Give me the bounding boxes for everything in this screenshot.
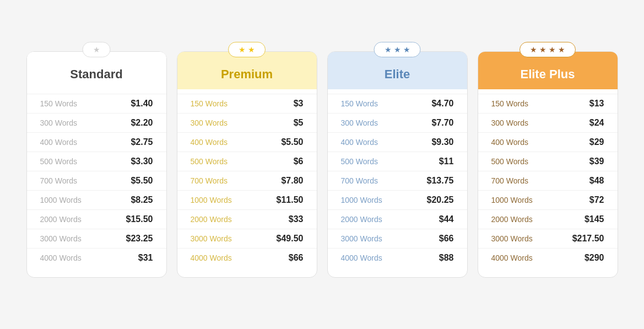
row-word-count: 150 Words [491,99,528,108]
plan-card-elite: ★★★Elite150 Words$4.70300 Words$7.70400 … [327,51,468,278]
star-icon: ★ [239,45,246,54]
plan-header-standard: Standard [27,52,166,89]
row-price: $217.50 [572,234,604,244]
plan-badge-elite: ★★★ [374,42,421,57]
row-word-count: 400 Words [491,138,528,147]
row-price: $11 [439,157,454,166]
row-word-count: 2000 Words [191,215,232,224]
row-word-count: 1000 Words [341,196,382,204]
row-price: $5.50 [281,137,303,147]
table-row: 300 Words$24 [478,113,618,132]
plan-badge-eliteplus: ★★★★ [519,42,576,57]
row-word-count: 3000 Words [191,234,232,243]
star-icon: ★ [530,45,537,54]
plan-title-elite: Elite [333,67,462,82]
row-word-count: 3000 Words [491,234,533,243]
table-row: 1000 Words$20.25 [328,190,467,209]
table-row: 150 Words$1.40 [27,94,166,113]
table-row: 2000 Words$15.50 [27,209,166,229]
row-price: $49.50 [277,234,304,244]
row-word-count: 300 Words [491,118,528,127]
row-price: $3 [294,99,304,109]
star-icon: ★ [539,45,546,54]
row-word-count: 150 Words [40,99,77,108]
row-price: $31 [138,253,153,263]
table-row: 1000 Words$72 [478,190,618,209]
row-price: $5 [294,118,304,128]
plan-header-premium: Premium [177,52,317,89]
row-price: $6 [294,157,304,166]
row-price: $7.70 [431,118,453,128]
plan-card-standard: ★Standard150 Words$1.40300 Words$2.20400… [26,51,167,278]
table-row: 300 Words$7.70 [328,113,467,132]
table-row: 500 Words$11 [328,152,467,171]
row-price: $88 [439,253,454,263]
table-row: 700 Words$13.75 [328,171,467,190]
table-row: 700 Words$48 [478,171,618,190]
table-row: 1000 Words$8.25 [27,190,166,209]
table-row: 400 Words$29 [478,132,618,152]
table-row: 150 Words$4.70 [328,94,467,113]
star-icon: ★ [394,45,401,54]
row-word-count: 400 Words [341,138,378,147]
table-row: 150 Words$13 [478,94,618,113]
row-price: $5.50 [131,176,153,186]
table-row: 400 Words$5.50 [177,132,317,152]
table-row: 3000 Words$49.50 [177,229,317,248]
row-price: $44 [439,214,454,224]
row-word-count: 700 Words [191,176,228,185]
row-word-count: 500 Words [491,157,528,166]
table-row: 3000 Words$217.50 [478,229,618,248]
row-price: $3.30 [131,157,153,166]
row-price: $66 [439,234,454,244]
table-row: 3000 Words$66 [328,229,467,248]
row-word-count: 300 Words [341,118,378,127]
row-word-count: 4000 Words [40,254,82,262]
row-word-count: 500 Words [341,157,378,166]
plan-title-premium: Premium [183,67,311,82]
row-price: $2.75 [131,137,153,147]
row-price: $13.75 [427,176,454,186]
table-row: 4000 Words$66 [177,248,317,267]
table-row: 2000 Words$44 [328,209,467,229]
table-row: 2000 Words$33 [177,209,317,229]
row-price: $4.70 [431,99,453,109]
row-price: $48 [589,176,604,186]
plan-title-standard: Standard [33,67,161,82]
plan-rows-standard: 150 Words$1.40300 Words$2.20400 Words$2.… [27,89,166,267]
plan-title-eliteplus: Elite Plus [484,67,612,82]
row-price: $8.25 [131,195,153,205]
plan-rows-eliteplus: 150 Words$13300 Words$24400 Words$29500 … [478,89,618,267]
table-row: 400 Words$2.75 [27,132,166,152]
table-row: 400 Words$9.30 [328,132,467,152]
row-price: $23.25 [126,234,153,244]
row-price: $145 [585,214,604,224]
row-word-count: 4000 Words [191,254,232,262]
row-price: $39 [589,157,604,166]
row-word-count: 700 Words [40,176,77,185]
row-word-count: 4000 Words [341,254,382,262]
row-word-count: 2000 Words [491,215,533,224]
table-row: 700 Words$7.80 [177,171,317,190]
star-icon: ★ [558,45,565,54]
row-price: $33 [289,214,304,224]
table-row: 1000 Words$11.50 [177,190,317,209]
star-icon: ★ [403,45,410,54]
row-price: $1.40 [131,99,153,109]
row-word-count: 700 Words [491,176,528,185]
row-word-count: 2000 Words [40,215,82,224]
table-row: 2000 Words$145 [478,209,618,229]
row-price: $2.20 [131,118,153,128]
plan-card-eliteplus: ★★★★Elite Plus150 Words$13300 Words$2440… [478,51,618,278]
table-row: 4000 Words$31 [27,248,166,267]
table-row: 4000 Words$290 [478,248,618,267]
table-row: 500 Words$3.30 [27,152,166,171]
row-price: $15.50 [126,214,153,224]
pricing-container: ★Standard150 Words$1.40300 Words$2.20400… [26,51,618,278]
row-word-count: 150 Words [341,99,378,108]
plan-header-eliteplus: Elite Plus [478,52,618,89]
row-word-count: 1000 Words [191,196,232,204]
row-word-count: 300 Words [40,118,77,127]
row-word-count: 1000 Words [40,196,82,204]
table-row: 700 Words$5.50 [27,171,166,190]
